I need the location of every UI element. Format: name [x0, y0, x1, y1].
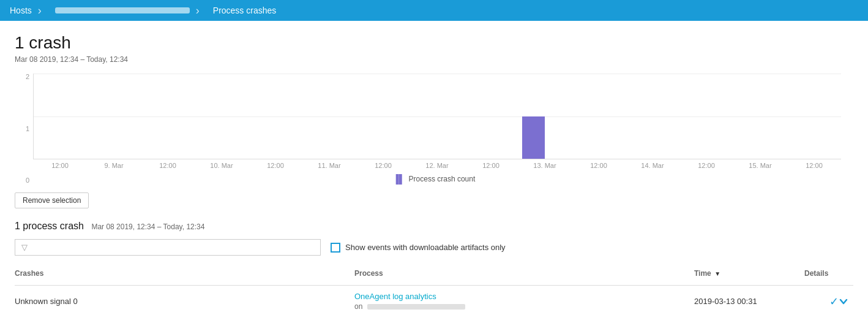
x-label-1: 9. Mar [87, 162, 141, 169]
grid-line-mid [34, 116, 841, 117]
x-label-11: 14. Mar [626, 162, 679, 169]
crash-name: Unknown signal 0 [15, 297, 354, 306]
table-row: Unknown signal 0 OneAgent log analytics … [15, 286, 853, 312]
breadcrumb-hosts-label: Hosts [10, 6, 32, 15]
chart-bar [522, 116, 545, 159]
breadcrumb-arrow-2: › [196, 0, 200, 21]
y-label-0: 0 [15, 177, 32, 184]
col-process: Process [354, 265, 694, 281]
process-link[interactable]: OneAgent log analytics [354, 292, 689, 301]
artifacts-checkbox-wrapper[interactable]: Show events with downloadable artifacts … [331, 243, 506, 253]
section-label: 1 process crash [15, 221, 84, 231]
breadcrumb-middle[interactable] [43, 0, 195, 21]
chart-container: 2 1 0 12:00 9. Mar 12:00 10. Mar 12:00 1… [15, 74, 853, 184]
process-cell: OneAgent log analytics on [354, 292, 694, 311]
chevron-down-icon [839, 297, 848, 306]
process-sub: on [354, 302, 689, 311]
col-details: Details [804, 265, 853, 281]
main-content: 1 crash Mar 08 2019, 12:34 – Today, 12:3… [0, 21, 868, 312]
x-label-6: 12:00 [356, 162, 410, 169]
table-header: Crashes Process Time ▼ Details [15, 265, 853, 286]
breadcrumb-hosts[interactable]: Hosts [0, 0, 37, 21]
x-label-3: 10. Mar [195, 162, 249, 169]
breadcrumb: Hosts › › Process crashes [0, 0, 868, 21]
artifacts-checkbox[interactable] [331, 243, 340, 253]
x-label-10: 12:00 [572, 162, 626, 169]
crashes-table: Crashes Process Time ▼ Details Unknown s… [15, 265, 853, 312]
page-subtitle: Mar 08 2019, 12:34 – Today, 12:34 [15, 55, 853, 64]
legend-bar-icon: ▐▌ [393, 174, 405, 184]
x-label-4: 12:00 [249, 162, 302, 169]
y-label-2: 2 [15, 74, 32, 80]
chart-plot-area[interactable] [33, 74, 841, 159]
filter-icon: ▽ [21, 243, 28, 252]
breadcrumb-arrow-1: › [38, 0, 42, 21]
filter-row: ▽ Show events with downloadable artifact… [15, 239, 853, 256]
x-label-0: 12:00 [33, 162, 87, 169]
grid-line-top [34, 74, 841, 74]
x-label-9: 13. Mar [518, 162, 572, 169]
breadcrumb-middle-value [55, 7, 190, 13]
x-label-12: 12:00 [679, 162, 733, 169]
filter-input-wrapper[interactable]: ▽ [15, 239, 321, 256]
x-label-2: 12:00 [141, 162, 195, 169]
breadcrumb-current-label: Process crashes [213, 6, 276, 15]
chart-legend: ▐▌ Process crash count [15, 174, 853, 184]
crash-time: 2019-03-13 00:31 [694, 297, 804, 306]
x-label-13: 15. Mar [733, 162, 787, 169]
breadcrumb-current: Process crashes [201, 0, 286, 21]
col-crashes: Crashes [15, 265, 354, 281]
details-cell[interactable]: ✓ [804, 295, 853, 308]
section-time-range: Mar 08 2019, 12:34 – Today, 12:34 [91, 223, 204, 231]
sort-arrow: ▼ [714, 270, 720, 277]
chart-y-labels: 2 1 0 [15, 74, 32, 184]
page-title: 1 crash [15, 33, 853, 53]
x-label-5: 11. Mar [302, 162, 356, 169]
remove-selection-button[interactable]: Remove selection [15, 192, 89, 208]
chart-x-labels: 12:00 9. Mar 12:00 10. Mar 12:00 11. Mar… [33, 162, 841, 169]
col-time[interactable]: Time ▼ [694, 265, 804, 281]
filter-input[interactable] [31, 243, 314, 252]
details-chevron-icon[interactable]: ✓ [804, 295, 848, 308]
artifacts-checkbox-label: Show events with downloadable artifacts … [345, 243, 506, 252]
x-label-14: 12:00 [787, 162, 841, 169]
y-label-1: 1 [15, 126, 32, 132]
x-label-8: 12:00 [464, 162, 518, 169]
x-label-7: 12. Mar [410, 162, 464, 169]
legend-label: Process crash count [409, 175, 476, 183]
process-sub-blurred [367, 304, 465, 310]
section-header: 1 process crash Mar 08 2019, 12:34 – Tod… [15, 221, 853, 232]
